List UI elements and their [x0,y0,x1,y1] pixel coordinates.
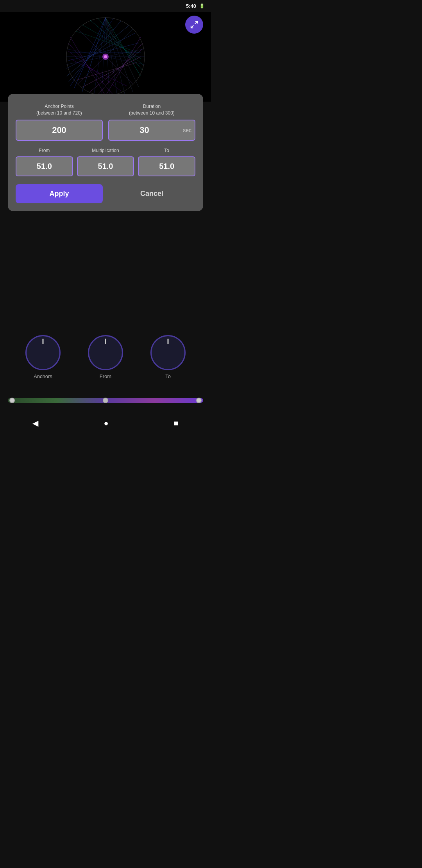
anchors-knob-container: Anchors [25,335,61,379]
svg-line-18 [76,63,137,80]
apply-button[interactable]: Apply [16,184,103,203]
duration-label: Duration (between 10 and 300) [129,103,175,117]
svg-line-19 [70,37,106,96]
to-knob-container: To [150,335,186,379]
to-label: To [164,148,169,153]
duration-input[interactable] [108,120,195,141]
to-knob[interactable] [150,335,186,370]
slider-dot-right[interactable] [196,398,202,403]
nav-home-button[interactable]: ● [104,419,108,428]
nav-bar: ◀ ● ■ [0,412,211,434]
multiplication-field: Multiplication [77,148,134,176]
nav-back-button[interactable]: ◀ [32,418,38,428]
from-knob[interactable] [88,335,123,370]
expand-button[interactable] [185,16,203,34]
anchor-points-input[interactable] [16,120,103,141]
duration-field: Duration (between 10 and 300) sec [108,103,195,141]
cancel-button[interactable]: Cancel [108,184,195,203]
status-bar-time: 5:40 [186,3,196,9]
svg-line-2 [82,18,106,92]
back-icon: ◀ [32,418,38,428]
to-knob-label: To [165,373,171,379]
slider-dot-left[interactable] [9,398,15,403]
svg-line-36 [106,18,139,87]
svg-line-9 [106,18,141,76]
svg-line-39 [195,22,197,24]
multiplication-input[interactable] [77,156,134,176]
to-field: To [138,148,195,176]
to-input[interactable] [138,156,195,176]
from-knob-container: From [88,335,123,379]
recents-icon: ■ [173,419,178,428]
bottom-controls: Anchors From To [0,335,211,379]
anchor-points-field: Anchor Points (between 10 and 720) [16,103,103,141]
svg-line-22 [70,59,127,86]
slider-dot-center[interactable] [103,398,108,403]
dialog-row-1: Anchor Points (between 10 and 720) Durat… [16,103,195,141]
svg-line-17 [82,57,141,87]
home-icon: ● [104,419,108,428]
svg-line-26 [78,29,106,57]
color-slider[interactable] [8,398,203,403]
svg-line-35 [106,18,133,92]
anchors-knob-indicator [43,339,44,344]
svg-line-13 [76,31,139,53]
dialog-row-2: From Multiplication To [16,148,195,176]
anchor-points-label: Anchor Points (between 10 and 720) [36,103,82,117]
from-label: From [39,148,50,153]
svg-point-38 [104,55,107,58]
from-input[interactable] [16,156,73,176]
battery-icon: 🔋 [199,4,205,9]
spiral-canvas [63,14,148,100]
to-knob-indicator [168,339,169,344]
from-knob-indicator [105,339,106,344]
status-bar: 5:40 🔋 [0,0,211,12]
expand-icon [190,20,198,29]
multiplication-label: Multiplication [92,148,119,153]
anchor-points-wrapper [16,120,103,141]
dialog-buttons: Apply Cancel [16,184,195,203]
svg-line-40 [191,25,193,28]
anchors-knob[interactable] [25,335,61,370]
from-knob-label: From [100,373,111,379]
nav-recents-button[interactable]: ■ [173,419,178,428]
svg-line-15 [98,43,143,95]
svg-line-16 [90,49,143,92]
viz-area [0,12,211,102]
settings-dialog: Anchor Points (between 10 and 720) Durat… [8,94,203,211]
status-icons: 🔋 [199,4,205,9]
duration-unit: sec [183,127,191,133]
svg-line-10 [98,18,143,70]
duration-wrapper: sec [108,120,195,141]
spiral-svg [63,14,148,100]
from-field: From [16,148,73,176]
anchors-knob-label: Anchors [34,373,52,379]
